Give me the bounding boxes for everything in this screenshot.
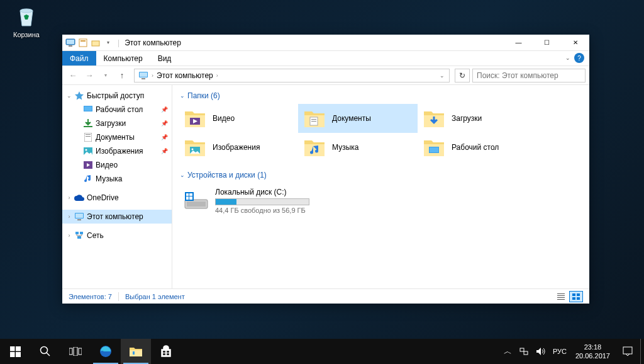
tray-language[interactable]: РУС <box>549 348 570 355</box>
taskbar-store[interactable] <box>151 339 181 364</box>
recycle-bin-label: Корзина <box>3 31 50 38</box>
drive-c[interactable]: Локальный диск (C:) 44,4 ГБ свободно из … <box>179 183 323 219</box>
desktop-icon <box>82 105 94 115</box>
taskbar-explorer[interactable] <box>121 339 151 364</box>
folder-pictures-icon <box>184 137 206 158</box>
up-button[interactable]: ↑ <box>115 69 129 82</box>
drive-free-text: 44,4 ГБ свободно из 56,9 ГБ <box>215 207 318 214</box>
folder-pictures[interactable]: Изображения <box>179 133 298 162</box>
recent-locations-icon[interactable]: ▾ <box>99 69 113 82</box>
task-view-button[interactable] <box>60 339 91 364</box>
search-button[interactable] <box>30 339 60 364</box>
folder-downloads[interactable]: Загрузки <box>418 104 537 133</box>
sidebar-item-documents[interactable]: Документы📌 <box>62 130 172 144</box>
sidebar-this-pc[interactable]: ›Этот компьютер <box>62 210 172 224</box>
taskbar-edge[interactable] <box>91 339 121 364</box>
svg-rect-44 <box>10 346 15 351</box>
chevron-down-icon[interactable]: ⌄ <box>65 93 74 99</box>
sidebar-item-videos[interactable]: Видео <box>62 158 172 172</box>
documents-icon <box>82 132 94 142</box>
folder-documents-icon <box>303 108 326 129</box>
svg-rect-3 <box>69 45 72 47</box>
chevron-down-icon: ⌄ <box>180 172 185 178</box>
sidebar-quick-access[interactable]: ⌄ Быстрый доступ <box>62 89 172 103</box>
svg-rect-38 <box>557 297 565 298</box>
tab-view[interactable]: Вид <box>150 51 179 65</box>
sidebar-item-desktop[interactable]: Рабочий стол📌 <box>62 103 172 117</box>
svg-rect-34 <box>187 202 206 207</box>
tray-clock[interactable]: 23:18 20.06.2017 <box>570 343 615 361</box>
svg-rect-6 <box>92 41 99 46</box>
sidebar: ⌄ Быстрый доступ Рабочий стол📌 Загрузки📌… <box>62 85 172 288</box>
ribbon-expand-icon[interactable]: ⌄ <box>565 55 570 61</box>
properties-icon[interactable] <box>77 37 89 48</box>
svg-point-0 <box>20 9 33 13</box>
svg-rect-20 <box>75 213 83 218</box>
minimize-button[interactable]: — <box>504 35 533 51</box>
show-desktop-button[interactable] <box>640 339 644 364</box>
address-dropdown-icon[interactable]: ⌄ <box>440 72 445 79</box>
chevron-right-icon[interactable]: › <box>65 213 74 220</box>
back-button[interactable]: ← <box>66 69 80 82</box>
forward-button[interactable]: → <box>82 69 96 82</box>
devices-group-header[interactable]: ⌄Устройства и диски (1) <box>179 168 583 183</box>
sidebar-item-music[interactable]: Музыка <box>62 172 172 186</box>
sidebar-onedrive[interactable]: ›OneDrive <box>62 191 172 205</box>
network-icon <box>74 230 85 241</box>
sidebar-network[interactable]: ›Сеть <box>62 229 172 242</box>
svg-rect-2 <box>67 40 74 44</box>
new-folder-icon[interactable] <box>90 37 101 48</box>
window-title: Этот компьютер <box>121 38 504 47</box>
tab-file[interactable]: Файл <box>62 51 96 65</box>
close-button[interactable]: ✕ <box>561 35 589 51</box>
music-icon <box>82 174 94 184</box>
qat-dropdown-icon[interactable]: ▾ <box>103 37 114 48</box>
drive-name: Локальный диск (C:) <box>215 188 318 196</box>
titlebar[interactable]: ▾ | Этот компьютер — ☐ ✕ <box>62 35 589 51</box>
svg-rect-47 <box>16 352 21 357</box>
svg-rect-58 <box>167 353 169 355</box>
recycle-bin[interactable]: Корзина <box>3 3 50 38</box>
svg-rect-52 <box>79 348 82 355</box>
tray-chevron-up-icon[interactable]: ︿ <box>500 339 516 364</box>
svg-rect-41 <box>577 293 580 296</box>
view-tiles-button[interactable] <box>569 291 583 302</box>
folder-downloads-icon <box>423 108 445 129</box>
folder-music[interactable]: Музыка <box>298 133 418 162</box>
chevron-right-icon[interactable]: › <box>65 195 74 201</box>
svg-rect-12 <box>84 126 92 127</box>
pin-icon: 📌 <box>161 106 172 113</box>
sidebar-item-pictures[interactable]: Изображения📌 <box>62 144 172 158</box>
pictures-icon <box>82 146 94 156</box>
help-icon[interactable]: ? <box>574 53 584 63</box>
tray-notifications-icon[interactable] <box>615 346 640 356</box>
svg-rect-37 <box>557 295 565 296</box>
address-bar[interactable]: › Этот компьютер › ⌄ <box>134 69 450 82</box>
tab-computer[interactable]: Компьютер <box>96 51 150 65</box>
pin-icon: 📌 <box>161 120 172 127</box>
maximize-button[interactable]: ☐ <box>533 35 561 51</box>
breadcrumb-this-pc[interactable]: Этот компьютер <box>155 71 215 80</box>
search-input[interactable] <box>472 69 586 82</box>
recycle-bin-icon <box>13 3 40 30</box>
refresh-button[interactable]: ↻ <box>455 69 470 82</box>
folders-group-header[interactable]: ⌄Папки (6) <box>179 89 583 104</box>
chevron-right-icon[interactable]: › <box>65 232 74 239</box>
tray-volume-icon[interactable] <box>532 339 549 364</box>
svg-rect-15 <box>86 136 91 137</box>
folder-documents[interactable]: Документы <box>298 104 418 133</box>
folder-videos-icon <box>184 108 206 129</box>
folder-desktop[interactable]: Рабочий стол <box>418 133 537 162</box>
view-details-button[interactable] <box>554 291 568 302</box>
svg-rect-45 <box>16 346 21 351</box>
breadcrumb-separator-icon[interactable]: › <box>215 72 219 79</box>
system-tray: ︿ РУС 23:18 20.06.2017 <box>500 339 644 364</box>
start-button[interactable] <box>0 339 30 364</box>
drive-capacity-bar <box>215 198 309 205</box>
folder-videos[interactable]: Видео <box>179 104 298 133</box>
breadcrumb-separator-icon[interactable]: › <box>150 72 155 79</box>
svg-rect-4 <box>79 39 87 47</box>
svg-rect-21 <box>77 219 81 220</box>
sidebar-item-downloads[interactable]: Загрузки📌 <box>62 117 172 130</box>
tray-network-icon[interactable] <box>516 339 532 364</box>
